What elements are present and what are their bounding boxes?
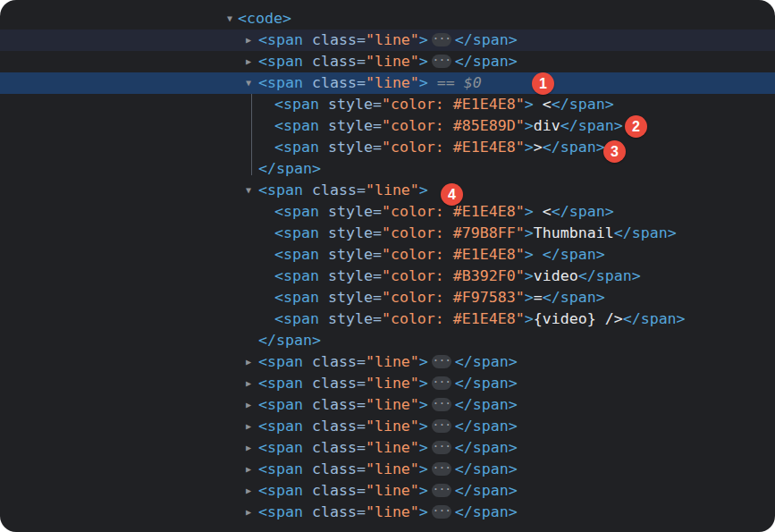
tree-row-child-span[interactable]: <span style="color: #E1E4E8"> </span> <box>0 244 775 266</box>
tree-row-child-span[interactable]: <span style="color: #E1E4E8">{video} /><… <box>0 308 775 330</box>
tree-row-child-span[interactable]: <span style="color: #85E89D">div</span>2 <box>0 115 775 137</box>
token-tag: <span <box>274 203 328 220</box>
token-attr: class= <box>312 31 366 48</box>
tree-row-code-open-tag[interactable]: ▼<code> <box>0 8 775 30</box>
expand-triangle-icon[interactable]: ▶ <box>246 437 251 459</box>
token-attr: style= <box>328 96 382 113</box>
node-markup-text: <span class="line">···</span> <box>258 459 518 480</box>
tree-row-span-line-collapsed[interactable]: ▶<span class="line">···</span> <box>0 51 775 72</box>
expand-triangle-icon[interactable]: ▶ <box>246 502 251 523</box>
inline-ellipsis-expand-button[interactable]: ··· <box>432 462 451 476</box>
devtools-elements-panel: ▼<code>▶<span class="line">···</span>▶<s… <box>0 0 775 532</box>
token-tag: <span <box>274 289 328 306</box>
expand-triangle-icon[interactable]: ▶ <box>246 51 251 72</box>
tree-row-span-line-collapsed[interactable]: ▶<span class="line">···</span> <box>0 437 775 459</box>
token-attr: style= <box>328 246 382 263</box>
node-markup-text: <span style="color: #E1E4E8"> <</span> <box>274 94 614 115</box>
expand-triangle-icon[interactable]: ▶ <box>246 480 251 502</box>
expand-triangle-icon[interactable]: ▶ <box>246 30 251 51</box>
token-tag: <span <box>274 246 328 263</box>
token-tag: <span <box>258 74 312 91</box>
collapse-triangle-icon[interactable]: ▼ <box>227 8 232 30</box>
tree-row-span-line-collapsed[interactable]: ▶<span class="line">···</span> <box>0 459 775 480</box>
node-markup-text: <span style="color: #E1E4E8">></span> <box>274 137 605 158</box>
token-value: "line" <box>366 74 419 91</box>
token-tag: </span> <box>455 503 518 520</box>
token-attr: class= <box>312 503 366 520</box>
token-tag: <span <box>274 117 328 134</box>
tree-row-span-line-selected[interactable]: ▼<span class="line"> == $01 <box>0 72 775 94</box>
inline-ellipsis-expand-button[interactable]: ··· <box>432 33 451 46</box>
token-tag: </span> <box>455 396 518 413</box>
token-value: "color: #79B8FF" <box>382 224 525 241</box>
inline-ellipsis-expand-button[interactable]: ··· <box>432 55 451 68</box>
token-tag: > <box>419 74 428 91</box>
tree-row-span-line-collapsed[interactable]: ▶<span class="line">···</span> <box>0 373 775 394</box>
tree-row-child-span[interactable]: <span style="color: #B392F0">video</span… <box>0 266 775 287</box>
tree-row-span-line-collapsed[interactable]: ▶<span class="line">···</span> <box>0 502 775 523</box>
token-tag: <code> <box>238 10 291 27</box>
tree-row-span-line-collapsed[interactable]: ▶<span class="line">···</span> <box>0 351 775 373</box>
token-tag: </span> <box>455 460 518 477</box>
tree-row-span-line-collapsed[interactable]: ▶<span class="line">···</span> <box>0 480 775 502</box>
tree-row-span-line-expanded[interactable]: ▼<span class="line">4 <box>0 180 775 201</box>
token-tag: <span <box>274 96 328 113</box>
token-tag: > <box>419 31 428 48</box>
tree-row-span-close-tag[interactable]: </span> <box>0 330 775 351</box>
token-attr: class= <box>312 182 366 198</box>
tree-row-span-line-collapsed[interactable]: ▶<span class="line">···</span> <box>0 30 775 51</box>
inline-ellipsis-expand-button[interactable]: ··· <box>432 441 451 454</box>
token-tag: <span <box>258 460 312 477</box>
inline-ellipsis-expand-button[interactable]: ··· <box>432 419 451 433</box>
token-tag: > <box>419 460 428 477</box>
token-value: "line" <box>366 503 419 520</box>
tree-row-child-span[interactable]: <span style="color: #F97583">=</span> <box>0 287 775 308</box>
token-attr: style= <box>328 267 382 284</box>
expand-triangle-icon[interactable]: ▶ <box>246 459 251 480</box>
expand-triangle-icon[interactable]: ▶ <box>246 373 251 394</box>
inline-ellipsis-expand-button[interactable]: ··· <box>432 355 451 368</box>
node-markup-text: <span class="line">···</span> <box>258 394 518 416</box>
node-markup-text: </span> <box>258 158 321 180</box>
expand-triangle-icon[interactable]: ▶ <box>246 394 251 416</box>
tree-row-span-line-collapsed[interactable]: ▶<span class="line">···</span> <box>0 416 775 437</box>
token-value: "line" <box>366 396 419 413</box>
token-value: "line" <box>366 375 419 392</box>
token-tag: <span <box>258 482 312 499</box>
token-value: "color: #E1E4E8" <box>382 203 525 220</box>
token-value: "color: #E1E4E8" <box>382 96 525 113</box>
token-tag: </span> <box>543 246 605 263</box>
node-markup-text: <span style="color: #79B8FF">Thumbnail</… <box>274 223 677 244</box>
token-value: "color: #85E89D" <box>382 117 525 134</box>
collapse-triangle-icon[interactable]: ▼ <box>246 72 251 94</box>
token-attr: style= <box>328 224 382 241</box>
tree-row-span-line-collapsed[interactable]: ▶<span class="line">···</span> <box>0 394 775 416</box>
token-tag: </span> <box>455 439 518 456</box>
node-markup-text: </span> <box>258 330 321 351</box>
inline-ellipsis-expand-button[interactable]: ··· <box>432 505 451 519</box>
token-attr: class= <box>312 353 366 370</box>
token-text: div <box>534 117 560 134</box>
inline-ellipsis-expand-button[interactable]: ··· <box>432 484 451 497</box>
token-value: "line" <box>366 31 419 48</box>
tree-row-span-close-tag[interactable]: </span> <box>0 158 775 180</box>
tree-row-child-span[interactable]: <span style="color: #E1E4E8"> <</span> <box>0 94 775 115</box>
collapse-triangle-icon[interactable]: ▼ <box>246 180 251 201</box>
expand-triangle-icon[interactable]: ▶ <box>246 351 251 373</box>
node-markup-text: <span style="color: #E1E4E8"> </span> <box>274 244 605 266</box>
expand-triangle-icon[interactable]: ▶ <box>246 416 251 437</box>
token-tag: <span <box>274 139 328 156</box>
token-value: "line" <box>366 460 419 477</box>
node-markup-text: <span style="color: #85E89D">div</span> <box>274 115 623 137</box>
inline-ellipsis-expand-button[interactable]: ··· <box>432 376 451 390</box>
token-value: "color: #E1E4E8" <box>382 310 525 327</box>
tree-row-child-span[interactable]: <span style="color: #79B8FF">Thumbnail</… <box>0 223 775 244</box>
token-tag: > <box>419 182 428 198</box>
token-value: "line" <box>366 182 419 198</box>
tree-row-child-span[interactable]: <span style="color: #E1E4E8"> <</span> <box>0 201 775 223</box>
inline-ellipsis-expand-button[interactable]: ··· <box>432 398 451 411</box>
tree-row-child-span[interactable]: <span style="color: #E1E4E8">></span>3 <box>0 137 775 158</box>
token-tag: <span <box>274 267 328 284</box>
token-tag: </span> <box>552 203 614 220</box>
annotation-badge-1: 1 <box>532 72 554 95</box>
